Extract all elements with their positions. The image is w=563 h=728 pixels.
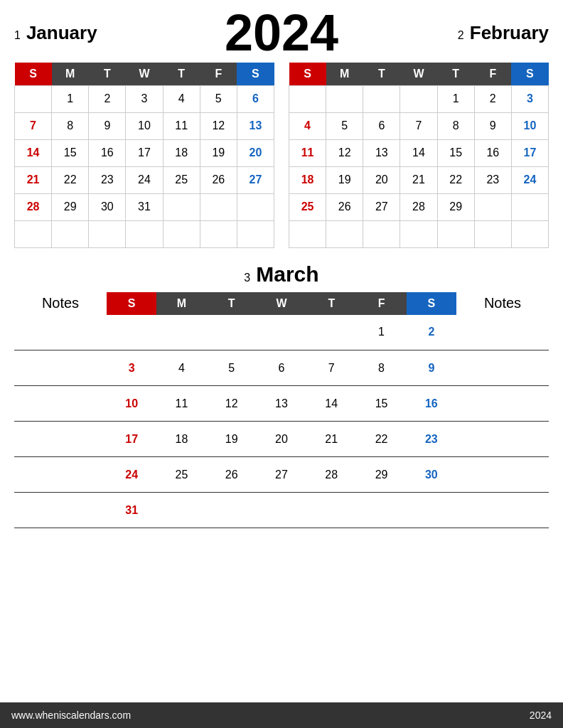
feb-cell: 15 bbox=[437, 139, 474, 166]
table-row: 25 26 27 28 29 bbox=[289, 193, 549, 220]
jan-cell: 7 bbox=[15, 112, 52, 139]
jan-cell bbox=[163, 193, 200, 220]
feb-cell bbox=[400, 85, 437, 112]
notes-right: Notes bbox=[456, 292, 549, 528]
feb-header-fri: F bbox=[474, 63, 511, 85]
feb-cell bbox=[400, 220, 437, 247]
feb-cell: 24 bbox=[511, 166, 548, 193]
jan-cell bbox=[15, 220, 52, 247]
feb-header-sat: S bbox=[511, 63, 548, 85]
mar-cell bbox=[207, 493, 257, 528]
mar-cell bbox=[407, 493, 456, 528]
mar-header-sun: S bbox=[107, 292, 156, 315]
table-row: 10 11 12 13 14 15 16 bbox=[107, 386, 456, 422]
february-calendar: S M T W T F S 1 bbox=[289, 63, 549, 248]
jan-cell: 24 bbox=[126, 166, 163, 193]
table-row bbox=[289, 220, 549, 247]
mar-cell: 2 bbox=[407, 315, 456, 350]
jan-cell: 5 bbox=[200, 85, 237, 112]
notes-line bbox=[456, 386, 549, 422]
jan-cell: 1 bbox=[52, 85, 89, 112]
jan-header-sun: S bbox=[15, 63, 52, 85]
top-months-row: S M T W T F S 1 2 3 4 bbox=[14, 63, 549, 248]
jan-header-wed: W bbox=[126, 63, 163, 85]
jan-cell bbox=[89, 220, 126, 247]
jan-cell: 3 bbox=[126, 85, 163, 112]
mar-cell: 11 bbox=[156, 386, 206, 422]
table-row: 4 5 6 7 8 9 10 bbox=[289, 112, 549, 139]
mar-cell: 23 bbox=[407, 422, 456, 457]
mar-cell: 28 bbox=[306, 457, 356, 493]
table-row: 28 29 30 31 bbox=[15, 193, 274, 220]
january-number: 1 bbox=[14, 29, 21, 42]
notes-right-label: Notes bbox=[456, 292, 549, 315]
mar-cell: 18 bbox=[156, 422, 206, 457]
feb-cell bbox=[437, 220, 474, 247]
feb-cell bbox=[511, 193, 548, 220]
february-number: 2 bbox=[458, 29, 464, 42]
jan-cell bbox=[237, 220, 274, 247]
jan-cell: 8 bbox=[52, 112, 89, 139]
table-row: 7 8 9 10 11 12 13 bbox=[15, 112, 274, 139]
jan-cell: 31 bbox=[126, 193, 163, 220]
mar-cell: 20 bbox=[257, 422, 306, 457]
feb-cell: 25 bbox=[289, 193, 326, 220]
page: 1 January 2024 2 February S M T W T bbox=[0, 0, 563, 728]
mar-cell: 26 bbox=[207, 457, 257, 493]
feb-cell: 23 bbox=[474, 166, 511, 193]
january-calendar: S M T W T F S 1 2 3 4 bbox=[14, 63, 274, 248]
march-with-notes: Notes S M T W T bbox=[14, 292, 549, 529]
feb-cell: 20 bbox=[363, 166, 400, 193]
notes-line bbox=[14, 457, 107, 493]
jan-cell: 2 bbox=[89, 85, 126, 112]
feb-header-sun: S bbox=[289, 63, 326, 85]
march-calendar-wrapper: S M T W T F S bbox=[107, 292, 456, 529]
jan-cell: 10 bbox=[126, 112, 163, 139]
jan-cell: 27 bbox=[237, 166, 274, 193]
jan-header-mon: M bbox=[52, 63, 89, 85]
mar-header-wed: W bbox=[257, 292, 306, 315]
mar-cell: 22 bbox=[356, 422, 406, 457]
feb-cell bbox=[474, 220, 511, 247]
jan-cell: 20 bbox=[237, 139, 274, 166]
feb-cell: 26 bbox=[326, 193, 363, 220]
mar-cell: 9 bbox=[407, 350, 456, 386]
mar-cell: 13 bbox=[257, 386, 306, 422]
footer-url: www.wheniscalendars.com bbox=[11, 710, 131, 721]
mar-cell: 24 bbox=[107, 457, 156, 493]
feb-cell: 3 bbox=[511, 85, 548, 112]
jan-cell: 30 bbox=[89, 193, 126, 220]
feb-cell: 27 bbox=[363, 193, 400, 220]
mar-cell bbox=[207, 315, 257, 350]
feb-cell: 17 bbox=[511, 139, 548, 166]
table-row: 1 2 bbox=[107, 315, 456, 350]
feb-cell bbox=[326, 85, 363, 112]
jan-cell bbox=[200, 193, 237, 220]
mar-header-sat: S bbox=[407, 292, 456, 315]
table-row: 18 19 20 21 22 23 24 bbox=[289, 166, 549, 193]
table-row: 1 2 3 4 5 6 bbox=[15, 85, 274, 112]
mar-cell bbox=[107, 315, 156, 350]
march-number: 3 bbox=[244, 272, 250, 284]
march-calendar: S M T W T F S bbox=[107, 292, 456, 529]
jan-cell: 29 bbox=[52, 193, 89, 220]
mar-cell bbox=[257, 315, 306, 350]
february-label-area: 2 February bbox=[338, 22, 549, 44]
notes-line bbox=[14, 315, 107, 350]
mar-header-thu: T bbox=[306, 292, 356, 315]
table-row: 14 15 16 17 18 19 20 bbox=[15, 139, 274, 166]
notes-line bbox=[456, 315, 549, 350]
mar-cell: 27 bbox=[257, 457, 306, 493]
jan-cell bbox=[163, 220, 200, 247]
feb-cell: 2 bbox=[474, 85, 511, 112]
feb-cell: 4 bbox=[289, 112, 326, 139]
mar-cell bbox=[257, 493, 306, 528]
jan-cell: 4 bbox=[163, 85, 200, 112]
mar-cell bbox=[156, 493, 206, 528]
feb-header-mon: M bbox=[326, 63, 363, 85]
mar-cell: 19 bbox=[207, 422, 257, 457]
mar-cell: 29 bbox=[356, 457, 406, 493]
jan-cell: 15 bbox=[52, 139, 89, 166]
jan-cell bbox=[126, 220, 163, 247]
table-row: 1 2 3 bbox=[289, 85, 549, 112]
